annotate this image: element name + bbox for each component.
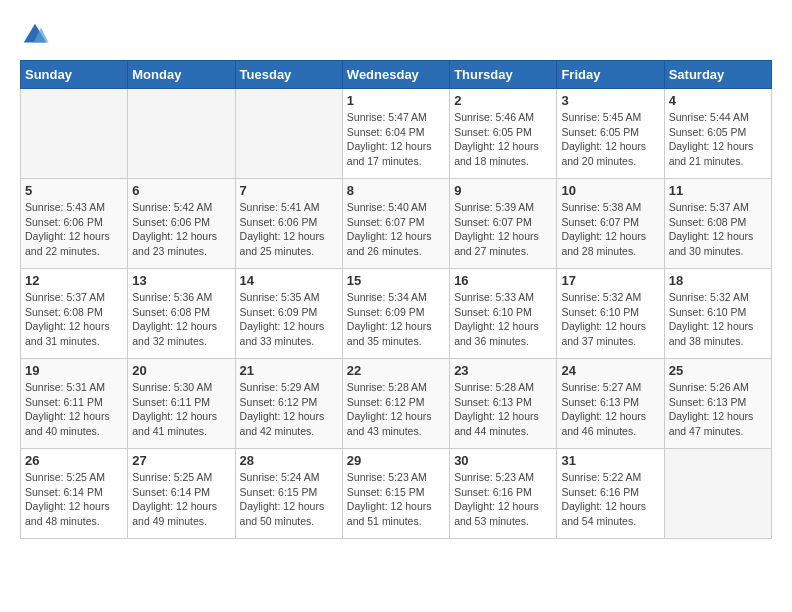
day-info: Sunrise: 5:44 AM Sunset: 6:05 PM Dayligh… [669,110,767,169]
calendar-cell: 10Sunrise: 5:38 AM Sunset: 6:07 PM Dayli… [557,179,664,269]
day-info: Sunrise: 5:37 AM Sunset: 6:08 PM Dayligh… [669,200,767,259]
weekday-header-cell: Thursday [450,61,557,89]
week-row: 5Sunrise: 5:43 AM Sunset: 6:06 PM Daylig… [21,179,772,269]
day-number: 6 [132,183,230,198]
calendar-cell: 26Sunrise: 5:25 AM Sunset: 6:14 PM Dayli… [21,449,128,539]
calendar-cell: 6Sunrise: 5:42 AM Sunset: 6:06 PM Daylig… [128,179,235,269]
calendar-cell: 24Sunrise: 5:27 AM Sunset: 6:13 PM Dayli… [557,359,664,449]
day-number: 29 [347,453,445,468]
calendar-cell: 1Sunrise: 5:47 AM Sunset: 6:04 PM Daylig… [342,89,449,179]
day-info: Sunrise: 5:45 AM Sunset: 6:05 PM Dayligh… [561,110,659,169]
day-info: Sunrise: 5:39 AM Sunset: 6:07 PM Dayligh… [454,200,552,259]
day-info: Sunrise: 5:41 AM Sunset: 6:06 PM Dayligh… [240,200,338,259]
day-number: 20 [132,363,230,378]
day-number: 8 [347,183,445,198]
day-info: Sunrise: 5:43 AM Sunset: 6:06 PM Dayligh… [25,200,123,259]
calendar-cell: 3Sunrise: 5:45 AM Sunset: 6:05 PM Daylig… [557,89,664,179]
calendar-cell: 18Sunrise: 5:32 AM Sunset: 6:10 PM Dayli… [664,269,771,359]
day-info: Sunrise: 5:28 AM Sunset: 6:12 PM Dayligh… [347,380,445,439]
calendar-cell: 12Sunrise: 5:37 AM Sunset: 6:08 PM Dayli… [21,269,128,359]
calendar-cell: 20Sunrise: 5:30 AM Sunset: 6:11 PM Dayli… [128,359,235,449]
calendar-cell: 5Sunrise: 5:43 AM Sunset: 6:06 PM Daylig… [21,179,128,269]
day-number: 7 [240,183,338,198]
calendar-cell [128,89,235,179]
day-info: Sunrise: 5:38 AM Sunset: 6:07 PM Dayligh… [561,200,659,259]
page-header [20,20,772,50]
day-number: 15 [347,273,445,288]
day-number: 21 [240,363,338,378]
day-number: 31 [561,453,659,468]
day-info: Sunrise: 5:24 AM Sunset: 6:15 PM Dayligh… [240,470,338,529]
day-number: 2 [454,93,552,108]
day-info: Sunrise: 5:36 AM Sunset: 6:08 PM Dayligh… [132,290,230,349]
day-info: Sunrise: 5:23 AM Sunset: 6:16 PM Dayligh… [454,470,552,529]
day-number: 30 [454,453,552,468]
calendar-cell: 9Sunrise: 5:39 AM Sunset: 6:07 PM Daylig… [450,179,557,269]
day-info: Sunrise: 5:30 AM Sunset: 6:11 PM Dayligh… [132,380,230,439]
day-info: Sunrise: 5:28 AM Sunset: 6:13 PM Dayligh… [454,380,552,439]
day-info: Sunrise: 5:32 AM Sunset: 6:10 PM Dayligh… [669,290,767,349]
calendar-cell: 21Sunrise: 5:29 AM Sunset: 6:12 PM Dayli… [235,359,342,449]
day-number: 11 [669,183,767,198]
day-number: 24 [561,363,659,378]
day-info: Sunrise: 5:35 AM Sunset: 6:09 PM Dayligh… [240,290,338,349]
day-info: Sunrise: 5:46 AM Sunset: 6:05 PM Dayligh… [454,110,552,169]
calendar-cell: 19Sunrise: 5:31 AM Sunset: 6:11 PM Dayli… [21,359,128,449]
day-number: 14 [240,273,338,288]
weekday-header-cell: Sunday [21,61,128,89]
weekday-header-cell: Saturday [664,61,771,89]
day-number: 12 [25,273,123,288]
day-info: Sunrise: 5:25 AM Sunset: 6:14 PM Dayligh… [25,470,123,529]
calendar-cell: 4Sunrise: 5:44 AM Sunset: 6:05 PM Daylig… [664,89,771,179]
calendar-cell: 17Sunrise: 5:32 AM Sunset: 6:10 PM Dayli… [557,269,664,359]
weekday-header-cell: Wednesday [342,61,449,89]
calendar-cell: 31Sunrise: 5:22 AM Sunset: 6:16 PM Dayli… [557,449,664,539]
logo-icon [20,20,50,50]
day-number: 28 [240,453,338,468]
calendar-cell: 8Sunrise: 5:40 AM Sunset: 6:07 PM Daylig… [342,179,449,269]
day-info: Sunrise: 5:27 AM Sunset: 6:13 PM Dayligh… [561,380,659,439]
day-info: Sunrise: 5:23 AM Sunset: 6:15 PM Dayligh… [347,470,445,529]
week-row: 1Sunrise: 5:47 AM Sunset: 6:04 PM Daylig… [21,89,772,179]
calendar-cell [21,89,128,179]
week-row: 12Sunrise: 5:37 AM Sunset: 6:08 PM Dayli… [21,269,772,359]
day-info: Sunrise: 5:47 AM Sunset: 6:04 PM Dayligh… [347,110,445,169]
day-number: 13 [132,273,230,288]
day-number: 25 [669,363,767,378]
calendar-cell: 27Sunrise: 5:25 AM Sunset: 6:14 PM Dayli… [128,449,235,539]
day-info: Sunrise: 5:26 AM Sunset: 6:13 PM Dayligh… [669,380,767,439]
calendar-cell: 11Sunrise: 5:37 AM Sunset: 6:08 PM Dayli… [664,179,771,269]
day-number: 17 [561,273,659,288]
weekday-header-cell: Monday [128,61,235,89]
weekday-header-row: SundayMondayTuesdayWednesdayThursdayFrid… [21,61,772,89]
day-info: Sunrise: 5:34 AM Sunset: 6:09 PM Dayligh… [347,290,445,349]
day-info: Sunrise: 5:29 AM Sunset: 6:12 PM Dayligh… [240,380,338,439]
day-number: 26 [25,453,123,468]
weekday-header-cell: Tuesday [235,61,342,89]
day-number: 9 [454,183,552,198]
calendar-table: SundayMondayTuesdayWednesdayThursdayFrid… [20,60,772,539]
calendar-cell: 30Sunrise: 5:23 AM Sunset: 6:16 PM Dayli… [450,449,557,539]
logo [20,20,56,50]
calendar-cell: 29Sunrise: 5:23 AM Sunset: 6:15 PM Dayli… [342,449,449,539]
day-number: 23 [454,363,552,378]
day-info: Sunrise: 5:32 AM Sunset: 6:10 PM Dayligh… [561,290,659,349]
day-number: 18 [669,273,767,288]
day-info: Sunrise: 5:31 AM Sunset: 6:11 PM Dayligh… [25,380,123,439]
day-number: 27 [132,453,230,468]
calendar-cell [664,449,771,539]
calendar-cell: 22Sunrise: 5:28 AM Sunset: 6:12 PM Dayli… [342,359,449,449]
calendar-cell: 28Sunrise: 5:24 AM Sunset: 6:15 PM Dayli… [235,449,342,539]
calendar-cell [235,89,342,179]
day-number: 19 [25,363,123,378]
day-number: 22 [347,363,445,378]
day-info: Sunrise: 5:22 AM Sunset: 6:16 PM Dayligh… [561,470,659,529]
day-number: 16 [454,273,552,288]
calendar-cell: 14Sunrise: 5:35 AM Sunset: 6:09 PM Dayli… [235,269,342,359]
calendar-cell: 7Sunrise: 5:41 AM Sunset: 6:06 PM Daylig… [235,179,342,269]
day-info: Sunrise: 5:33 AM Sunset: 6:10 PM Dayligh… [454,290,552,349]
day-number: 5 [25,183,123,198]
day-number: 10 [561,183,659,198]
calendar-cell: 2Sunrise: 5:46 AM Sunset: 6:05 PM Daylig… [450,89,557,179]
day-number: 1 [347,93,445,108]
